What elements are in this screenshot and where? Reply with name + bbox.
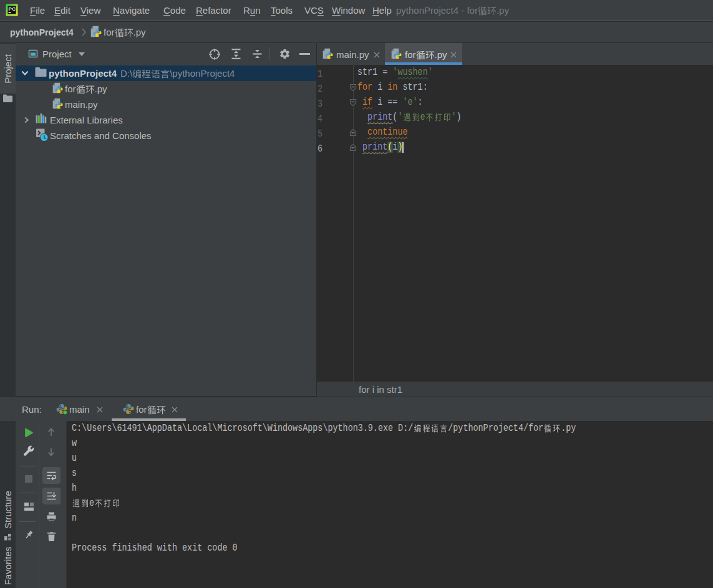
svg-text:PC: PC [9,6,16,12]
